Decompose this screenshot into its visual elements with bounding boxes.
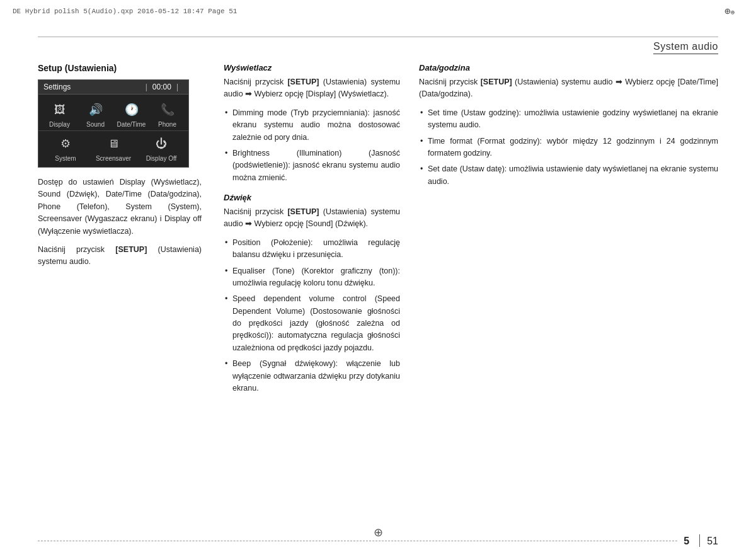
settings-icon-system: ⚙ System	[48, 135, 83, 162]
right-column: Data/godzina Naciśnij przycisk [SETUP] (…	[410, 63, 718, 519]
setup-bold-2: [SETUP]	[287, 78, 319, 86]
right-heading-1: Data/godzina	[419, 63, 718, 72]
left-col-para1: Dostęp do ustawień Display (Wyświetlacz)…	[38, 176, 202, 238]
mid-section1-bullets: Dimming mode (Tryb przyciemniania): jasn…	[224, 107, 400, 184]
bullet-beep: Beep (Sygnał dźwiękowy): włączenie lub w…	[224, 358, 400, 394]
datetime-label: Date/Time	[117, 121, 146, 128]
system-label: System	[55, 155, 76, 162]
displayoff-label: Display Off	[146, 155, 177, 162]
left-col-heading: Setup (Ustawienia)	[38, 63, 202, 73]
system-icon: ⚙	[55, 135, 76, 152]
left-col-para2: Naciśnij przycisk [SETUP] (Ustawienia) s…	[38, 244, 202, 268]
mid-heading-1: Wyświetlacz	[224, 63, 400, 72]
bullet-dimming: Dimming mode (Tryb przyciemniania): jasn…	[224, 107, 400, 144]
displayoff-icon: ⏻	[151, 135, 171, 152]
bullet-brightness: Brightness (Illumination) (Jasność (podś…	[224, 147, 400, 184]
datetime-icon: 🕐	[122, 101, 142, 118]
settings-icon-display: 🖼 Display	[45, 101, 75, 128]
settings-title-text: Settings	[43, 83, 140, 91]
settings-icon-screensaver: 🖥 Screensaver	[96, 135, 131, 162]
settings-icons-row2: ⚙ System 🖥 Screensaver ⏻ Display Off	[38, 131, 188, 167]
right-section1-bullets: Set time (Ustaw godzinę): umożliwia usta…	[419, 107, 718, 188]
mid-section2-bullets: Position (Położenie): umożliwia regulacj…	[224, 237, 400, 395]
footer-sep	[690, 534, 706, 548]
bullet-settime: Set time (Ustaw godzinę): umożliwia usta…	[419, 107, 718, 132]
phone-icon: 📞	[158, 101, 178, 118]
setup-bold-3: [SETUP]	[287, 207, 319, 216]
settings-icon-displayoff: ⏻ Display Off	[144, 135, 179, 162]
display-label: Display	[49, 121, 70, 128]
crosshair-bottom: ⊕	[374, 525, 383, 539]
print-header: DE Hybrid polish 5(Audio).qxp 2016-05-12…	[13, 5, 743, 18]
bullet-equaliser: Equaliser (Tone) (Korektor graficzny (to…	[224, 265, 400, 290]
footer-page: 5 51	[684, 534, 718, 548]
right-section1-intro: Naciśnij przycisk [SETUP] (Ustawienia) s…	[419, 76, 718, 101]
settings-ui-mockup: Settings | 00:00 | 🖼 Display 🔊 Sound 🕐 D…	[38, 79, 189, 168]
screensaver-icon: 🖥	[103, 135, 123, 152]
footer-page-number: 51	[707, 536, 718, 547]
setup-bold-4: [SETUP]	[481, 78, 512, 86]
mid-column: Wyświetlacz Naciśnij przycisk [SETUP] (U…	[214, 63, 410, 519]
crosshair-top: ⊕	[724, 5, 737, 18]
mid-heading-2: Dźwięk	[224, 193, 400, 202]
phone-label: Phone	[158, 121, 176, 128]
print-header-text: DE Hybrid polish 5(Audio).qxp 2016-05-12…	[13, 8, 718, 15]
left-column: Setup (Ustawienia) Settings | 00:00 | 🖼 …	[38, 63, 214, 519]
settings-icon-phone: 📞 Phone	[152, 101, 183, 128]
display-icon: 🖼	[50, 101, 70, 118]
top-rule	[38, 37, 718, 37]
settings-topbar: Settings | 00:00 |	[38, 80, 188, 95]
settings-divider2: |	[176, 83, 178, 91]
mid-section1-intro: Naciśnij przycisk [SETUP] (Ustawienia) s…	[224, 76, 400, 101]
settings-icon-datetime: 🕐 Date/Time	[117, 101, 147, 128]
section-title: System audio	[653, 41, 718, 54]
screensaver-label: Screensaver	[96, 155, 131, 162]
sound-icon: 🔊	[86, 101, 106, 118]
footer-section-num: 5	[684, 536, 689, 547]
content-area: Setup (Ustawienia) Settings | 00:00 | 🖼 …	[38, 63, 718, 519]
settings-divider: |	[146, 83, 147, 91]
bullet-speed-volume: Speed dependent volume control (Speed De…	[224, 293, 400, 354]
sound-label: Sound	[86, 121, 105, 128]
settings-icons-row1: 🖼 Display 🔊 Sound 🕐 Date/Time 📞 Phone	[38, 95, 188, 131]
bullet-timeformat: Time format (Format godziny): wybór międ…	[419, 135, 718, 160]
mid-section2-intro: Naciśnij przycisk [SETUP] (Ustawienia) s…	[224, 206, 400, 231]
settings-icon-sound: 🔊 Sound	[81, 101, 111, 128]
footer-dashes	[38, 541, 677, 541]
bullet-position: Position (Położenie): umożliwia regulacj…	[224, 237, 400, 261]
settings-time: 00:00	[152, 83, 171, 91]
bullet-setdate: Set date (Ustaw datę): umożliwia ustawie…	[419, 163, 718, 188]
setup-bold-1: [SETUP]	[115, 245, 147, 254]
